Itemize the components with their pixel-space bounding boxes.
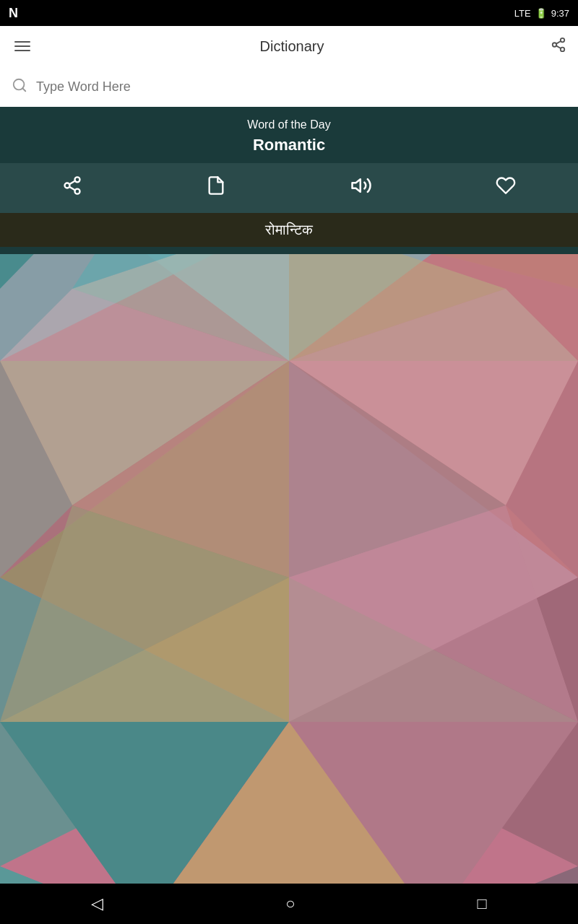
status-bar-right: LTE 🔋 9:37 xyxy=(514,8,569,19)
share-word-button[interactable] xyxy=(48,171,97,205)
hamburger-line-1 xyxy=(14,41,30,43)
menu-button[interactable] xyxy=(12,38,33,54)
app-logo: N xyxy=(9,6,18,21)
hamburger-line-3 xyxy=(14,50,30,51)
hamburger-line-2 xyxy=(14,45,30,47)
svg-line-37 xyxy=(556,45,561,48)
copy-word-button[interactable] xyxy=(191,171,241,205)
word-of-day-label: Word of the Day xyxy=(0,118,578,131)
recent-button[interactable]: □ xyxy=(460,889,504,919)
word-of-day-word: Romantic xyxy=(0,136,578,154)
search-bar xyxy=(0,66,578,107)
word-of-day-section: Word of the Day Romantic xyxy=(0,107,578,254)
search-icon xyxy=(12,77,27,97)
app-bar: Dictionary xyxy=(0,26,578,66)
svg-line-38 xyxy=(556,40,561,43)
svg-marker-46 xyxy=(352,179,360,192)
translation-bar: रोमान्टिक xyxy=(0,213,578,247)
translation-text: रोमान्टिक xyxy=(265,222,313,237)
favorite-word-button[interactable] xyxy=(481,171,530,205)
speak-word-button[interactable] xyxy=(336,170,387,206)
svg-line-40 xyxy=(22,88,25,91)
search-input[interactable] xyxy=(36,79,566,95)
svg-line-44 xyxy=(69,187,75,191)
home-button[interactable]: ○ xyxy=(268,889,312,919)
back-button[interactable]: ◁ xyxy=(74,889,121,919)
time-display: 9:37 xyxy=(551,8,569,19)
navigation-bar: ◁ ○ □ xyxy=(0,884,578,924)
signal-indicator: LTE xyxy=(514,8,531,19)
status-bar-left: N xyxy=(9,6,18,21)
app-title: Dictionary xyxy=(260,38,324,55)
share-button[interactable] xyxy=(551,37,566,56)
action-row xyxy=(0,163,578,213)
svg-line-45 xyxy=(69,181,75,185)
status-bar: N LTE 🔋 9:37 xyxy=(0,0,578,26)
battery-indicator: 🔋 xyxy=(535,8,547,19)
